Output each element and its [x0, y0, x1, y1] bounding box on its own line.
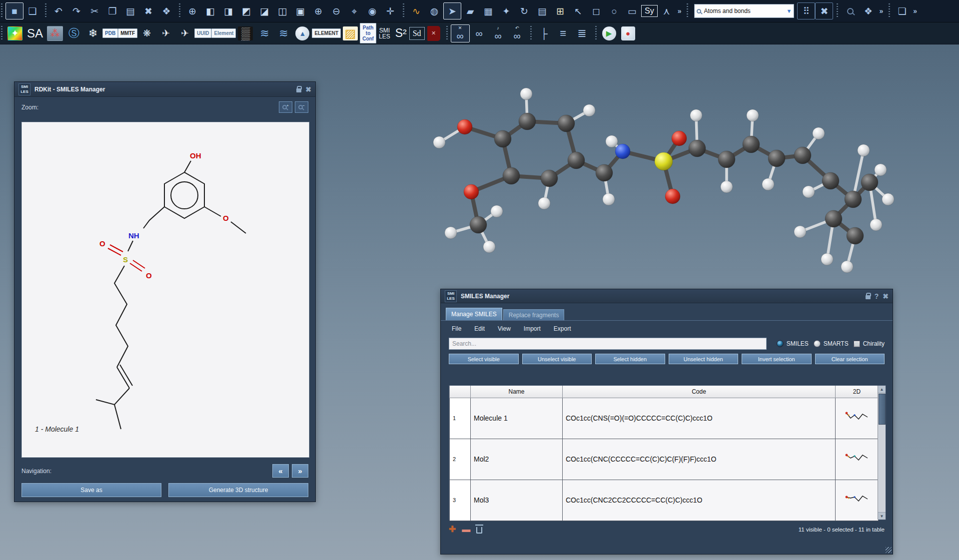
trash-icon[interactable] — [476, 527, 482, 534]
network-builder-icon[interactable]: ❋ — [137, 24, 156, 42]
invert-selection-button[interactable]: Invert selection — [742, 354, 812, 364]
name-cell[interactable]: Mol2 — [471, 439, 563, 480]
copy-icon[interactable]: ❐ — [103, 2, 121, 19]
view-preset-5-icon[interactable]: ◫ — [273, 2, 291, 19]
chirality-checkbox[interactable] — [854, 341, 860, 347]
molecule-snapshot-icon[interactable]: ⁂ — [47, 26, 63, 41]
flight-tool-2-icon[interactable]: ✈ — [175, 24, 194, 42]
add-camera-icon[interactable]: ⊕ — [183, 2, 201, 19]
restore-list-icon[interactable]: ≣ — [573, 24, 592, 42]
view-preset-4-icon[interactable]: ◪ — [255, 2, 273, 19]
more-tools[interactable]: » — [676, 7, 684, 15]
cursor-tool-icon[interactable]: ↖ — [569, 2, 587, 19]
add-atom-icon[interactable]: ◍ — [425, 2, 443, 19]
zoom-out-button[interactable]: − — [295, 101, 308, 113]
add-row-icon[interactable]: ✚ — [449, 524, 456, 535]
eraser-tool-icon[interactable]: ▰ — [461, 2, 479, 19]
previous-molecule-button[interactable]: « — [272, 464, 289, 478]
periodic-table-icon[interactable]: ⊞ — [551, 2, 569, 19]
code-cell[interactable]: COc1cc(CNC(CCCCC=CC(C)C)C(F)(F)F)ccc1O — [563, 439, 836, 480]
more-documents[interactable]: » — [911, 7, 919, 15]
ribbon-tool-icon[interactable]: ∿ — [407, 2, 425, 19]
mountain-app-icon[interactable]: ▲ — [295, 26, 309, 40]
scroll-down-icon[interactable]: ▼ — [878, 512, 886, 520]
code-cell[interactable]: COc1cc(CNC2CC2CCCCC=CC(C)C)ccc1O — [563, 480, 836, 521]
tab-manage-smiles[interactable]: Manage SMILES — [446, 308, 502, 320]
redo-icon[interactable]: ↷ — [67, 2, 85, 19]
selection-filter-dropdown[interactable]: Atoms and bonds▼ — [694, 4, 794, 18]
unselect-hidden-button[interactable]: Unselect hidden — [669, 354, 739, 364]
smiles-manager-app[interactable]: SMI LES — [376, 27, 393, 39]
search-input[interactable] — [449, 338, 767, 350]
fibers-tool-2-icon[interactable]: ≋ — [274, 24, 293, 42]
zoom-out-icon[interactable]: ⊖ — [327, 2, 345, 19]
thumbnail-2d-cell[interactable] — [836, 398, 879, 439]
column-header-num[interactable] — [450, 386, 471, 398]
honeycomb-tool-icon[interactable]: ▦ — [479, 2, 497, 19]
close-icon[interactable]: ✖ — [305, 85, 311, 93]
delete-icon[interactable]: ✖ — [139, 2, 157, 19]
flight-tool-1-icon[interactable]: ✈ — [156, 24, 175, 42]
samson-logo-icon[interactable]: ✦ — [7, 26, 22, 40]
molecule-2d-canvas[interactable]: OH O NH S O O 1 - Molecule 1 — [21, 122, 309, 458]
noise-generator-icon[interactable]: ▒ — [238, 26, 253, 40]
table-row[interactable]: 1Molecule 1COc1cc(CNS(=O)(=O)CCCCC=CC(C)… — [450, 398, 879, 439]
find[interactable] — [841, 2, 859, 19]
select-visible-button[interactable]: Select visible — [449, 354, 519, 364]
sd-app[interactable]: Sd — [409, 27, 425, 40]
table-row[interactable]: 2Mol2COc1cc(CNC(CCCCC=CC(C)C)C(F)(F)F)cc… — [450, 439, 879, 480]
fit-view-icon[interactable]: ✛ — [381, 2, 399, 19]
pdb-downloader[interactable]: PDB — [102, 28, 118, 38]
view-preset-3-icon[interactable]: ◩ — [237, 2, 255, 19]
next-molecule-button[interactable]: » — [292, 464, 308, 478]
row-number-cell[interactable]: 2 — [450, 439, 471, 480]
column-header-2d[interactable]: 2D — [836, 386, 879, 398]
orbit-tool-icon[interactable]: ○ — [605, 2, 623, 19]
shape-select-tool-icon[interactable]: ✦ — [497, 2, 515, 19]
s2-app[interactable]: S² — [393, 27, 409, 39]
lock-icon[interactable] — [866, 295, 871, 299]
resize-grip[interactable] — [886, 547, 892, 553]
axes-tool-icon[interactable]: ⋏ — [658, 2, 676, 19]
add-document-icon[interactable]: ❏ — [893, 2, 911, 19]
hide-glasses-icon[interactable]: ✕∞ — [451, 24, 470, 42]
record-icon[interactable]: ● — [621, 26, 635, 40]
map-generator-icon[interactable]: ▨ — [343, 26, 358, 40]
close-icon[interactable]: ✖ — [883, 292, 889, 300]
table-scrollbar[interactable]: ▲ ▼ — [878, 386, 886, 520]
menu-import[interactable]: Import — [524, 325, 541, 332]
list-view-icon[interactable]: ≡ — [554, 24, 573, 42]
select-atoms-icon[interactable]: ⠿ — [797, 2, 815, 19]
new-document-icon[interactable]: ■ — [5, 2, 23, 19]
zoom-selection-icon[interactable]: ⌖ — [345, 2, 363, 19]
smiles-radio[interactable] — [777, 340, 784, 347]
node-hierarchy-icon[interactable]: ├ — [535, 24, 554, 42]
styrene-app-icon[interactable]: Ⓢ — [64, 24, 83, 42]
thumbnail-2d-cell[interactable] — [836, 480, 879, 521]
toggle-visibility-eye-icon[interactable]: ◉ — [363, 2, 381, 19]
menu-export[interactable]: Export — [554, 325, 571, 332]
rect-select-tool-icon[interactable]: ◻ — [587, 2, 605, 19]
save-as-button[interactable]: Save as — [21, 483, 161, 497]
element-importer[interactable]: ELEMENT — [312, 28, 341, 38]
help-icon[interactable]: ? — [875, 292, 879, 300]
tab-replace-fragments[interactable]: Replace fragments — [503, 309, 565, 320]
clear-selection-button[interactable]: Clear selection — [815, 354, 885, 364]
3d-viewport-molecule[interactable] — [428, 77, 918, 290]
column-header-name[interactable]: Name — [471, 386, 563, 398]
paste-icon[interactable]: ▤ — [121, 2, 139, 19]
add-layer-icon[interactable]: ❖ — [157, 2, 175, 19]
uuid-generator[interactable]: UUID — [194, 28, 211, 38]
view-preset-1-icon[interactable]: ◧ — [201, 2, 219, 19]
sequence-view-icon[interactable]: ▤ — [533, 2, 551, 19]
row-number-cell[interactable]: 1 — [450, 398, 471, 439]
symbols-tool[interactable]: Sy — [641, 5, 658, 17]
samson-sa[interactable]: SA — [24, 27, 45, 39]
select-hidden-button[interactable]: Select hidden — [595, 354, 665, 364]
table-row[interactable]: 3Mol3COc1cc(CNC2CC2CCCCC=CC(C)C)ccc1O — [450, 480, 879, 521]
save-icon[interactable]: ❑ — [23, 2, 41, 19]
name-cell[interactable]: Molecule 1 — [471, 398, 563, 439]
cut-icon[interactable]: ✂ — [85, 2, 103, 19]
show-glasses-icon[interactable]: ∞ — [470, 24, 489, 42]
menu-edit[interactable]: Edit — [474, 325, 485, 332]
